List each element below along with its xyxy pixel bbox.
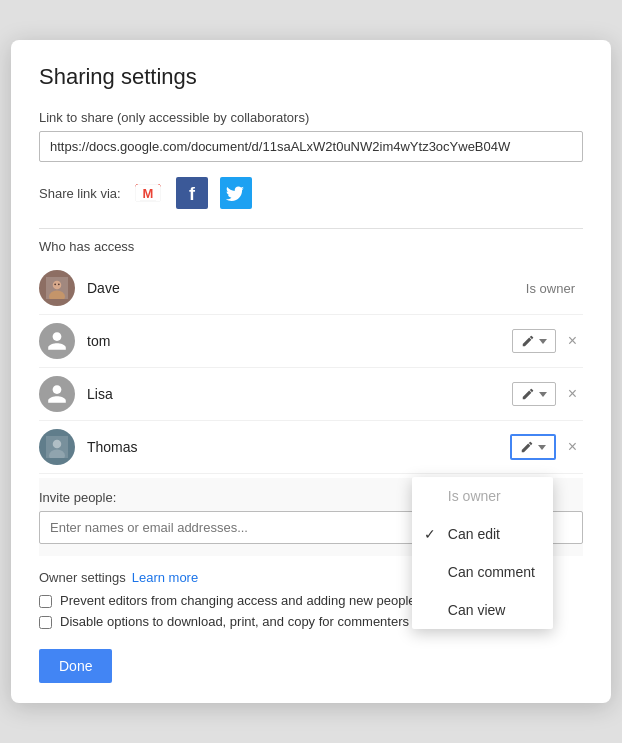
is-owner-label: Is owner <box>526 281 575 296</box>
edit-permission-button-thomas[interactable] <box>510 434 556 460</box>
avatar <box>39 323 75 359</box>
prevent-editors-label: Prevent editors from changing access and… <box>60 593 416 608</box>
link-section-label: Link to share (only accessible by collab… <box>39 110 583 125</box>
table-row: tom × <box>39 315 583 368</box>
user-name: tom <box>87 333 512 349</box>
chevron-down-icon <box>539 392 547 397</box>
chevron-down-icon <box>538 445 546 450</box>
user-name: Thomas <box>87 439 510 455</box>
table-row: Thomas × <box>39 421 583 474</box>
chevron-down-icon <box>539 339 547 344</box>
share-via-label: Share link via: <box>39 186 121 201</box>
avatar <box>39 429 75 465</box>
permission-dropdown: Is owner Can edit Can comment Can view <box>412 477 553 629</box>
dropdown-item-is-owner: Is owner <box>412 477 553 515</box>
access-list: Dave Is owner tom × Lisa × <box>39 262 583 474</box>
edit-permission-button[interactable] <box>512 329 556 353</box>
sharing-settings-dialog: Sharing settings Link to share (only acc… <box>11 40 611 703</box>
dropdown-item-can-comment[interactable]: Can comment <box>412 553 553 591</box>
disable-options-checkbox[interactable] <box>39 616 52 629</box>
prevent-editors-checkbox[interactable] <box>39 595 52 608</box>
svg-point-11 <box>53 440 62 449</box>
share-link-input[interactable] <box>39 131 583 162</box>
dropdown-item-can-edit[interactable]: Can edit <box>412 515 553 553</box>
svg-point-9 <box>58 283 60 285</box>
user-name: Dave <box>87 280 526 296</box>
remove-user-button[interactable]: × <box>562 384 583 404</box>
table-row: Dave Is owner <box>39 262 583 315</box>
edit-permission-button[interactable] <box>512 382 556 406</box>
table-row: Lisa × <box>39 368 583 421</box>
user-name: Lisa <box>87 386 512 402</box>
svg-text:M: M <box>142 186 153 201</box>
who-has-access-label: Who has access <box>39 239 583 254</box>
svg-text:f: f <box>189 184 196 204</box>
gmail-icon[interactable]: M <box>131 176 165 210</box>
learn-more-link[interactable]: Learn more <box>132 570 198 585</box>
dropdown-item-can-view[interactable]: Can view <box>412 591 553 629</box>
avatar <box>39 270 75 306</box>
remove-user-button[interactable]: × <box>562 331 583 351</box>
avatar <box>39 376 75 412</box>
owner-settings-label: Owner settings <box>39 570 126 585</box>
done-button[interactable]: Done <box>39 649 112 683</box>
twitter-icon[interactable] <box>219 176 253 210</box>
dialog-title: Sharing settings <box>39 64 583 90</box>
svg-point-8 <box>54 283 56 285</box>
svg-point-6 <box>53 281 62 290</box>
remove-user-button[interactable]: × <box>562 437 583 457</box>
share-via-row: Share link via: M f <box>39 176 583 210</box>
facebook-icon[interactable]: f <box>175 176 209 210</box>
divider <box>39 228 583 229</box>
